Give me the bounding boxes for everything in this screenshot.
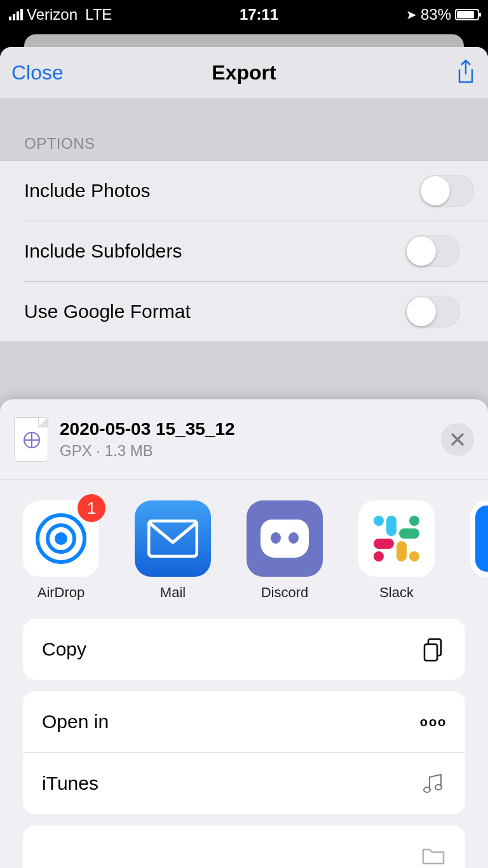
label-include-photos: Include Photos	[24, 180, 150, 202]
app-slack[interactable]: Slack	[358, 500, 435, 601]
slack-icon	[358, 500, 435, 577]
close-button[interactable]: Close	[11, 61, 64, 85]
app-airdrop[interactable]: 1 AirDrop	[23, 500, 99, 601]
save-files-label	[42, 845, 47, 867]
app-mail[interactable]: Mail	[135, 500, 211, 601]
clock: 17:11	[240, 6, 278, 24]
row-include-subfolders: Include Subfolders	[24, 221, 488, 281]
folder-icon	[421, 843, 446, 868]
music-icon	[421, 771, 446, 796]
location-icon: ➤	[406, 7, 417, 22]
file-icon	[14, 417, 48, 462]
page-title: Export	[0, 61, 488, 85]
row-google-format: Use Google Format	[24, 281, 488, 341]
toggle-google-format[interactable]	[405, 296, 460, 327]
row-include-photos: Include Photos	[0, 161, 488, 221]
options-list: Include Photos Include Subfolders Use Go…	[0, 160, 488, 342]
discord-label: Discord	[261, 584, 309, 601]
ellipsis-icon: ooo	[421, 709, 446, 734]
signal-icon	[9, 9, 23, 20]
network-label: LTE	[85, 6, 112, 24]
status-bar: Verizon LTE 17:11 ➤ 83%	[0, 0, 488, 29]
app-more[interactable]	[470, 500, 488, 601]
share-icon[interactable]	[455, 59, 477, 87]
close-icon[interactable]	[441, 423, 474, 456]
toggle-include-subfolders[interactable]	[405, 235, 460, 267]
file-header: 2020-05-03 15_35_12 GPX · 1.3 MB	[0, 399, 488, 480]
label-google-format: Use Google Format	[24, 301, 191, 322]
action-itunes[interactable]: iTunes	[23, 752, 465, 814]
mail-label: Mail	[160, 584, 186, 601]
file-meta: GPX · 1.3 MB	[60, 442, 430, 460]
app-discord[interactable]: Discord	[247, 500, 323, 601]
itunes-label: iTunes	[42, 773, 98, 794]
carrier-label: Verizon	[27, 6, 78, 24]
label-include-subfolders: Include Subfolders	[24, 240, 182, 262]
share-sheet: 2020-05-03 15_35_12 GPX · 1.3 MB 1 AirDr…	[0, 399, 488, 868]
slack-label: Slack	[379, 584, 414, 601]
toggle-include-photos[interactable]	[419, 175, 474, 207]
battery-percent: 83%	[421, 6, 451, 24]
apps-row[interactable]: 1 AirDrop Mail Discord Slack	[0, 480, 488, 619]
svg-rect-0	[149, 521, 197, 556]
nav-bar: Close Export	[0, 47, 488, 99]
copy-icon	[421, 637, 446, 662]
airdrop-label: AirDrop	[37, 584, 85, 601]
action-copy[interactable]: Copy	[23, 619, 465, 680]
action-save-files[interactable]	[23, 825, 465, 868]
battery-icon	[455, 9, 479, 20]
mail-icon	[135, 500, 211, 577]
discord-icon	[247, 500, 323, 577]
file-name: 2020-05-03 15_35_12	[60, 419, 430, 439]
airdrop-icon: 1	[23, 500, 99, 577]
airdrop-badge: 1	[78, 494, 105, 522]
copy-label: Copy	[42, 638, 86, 660]
options-header: OPTIONS	[0, 99, 488, 160]
more-app-icon	[470, 500, 488, 577]
action-open-in[interactable]: Open in ooo	[23, 691, 465, 752]
svg-rect-2	[424, 644, 437, 661]
open-in-label: Open in	[42, 711, 109, 733]
actions-list: Copy Open in ooo iTunes	[0, 619, 488, 868]
